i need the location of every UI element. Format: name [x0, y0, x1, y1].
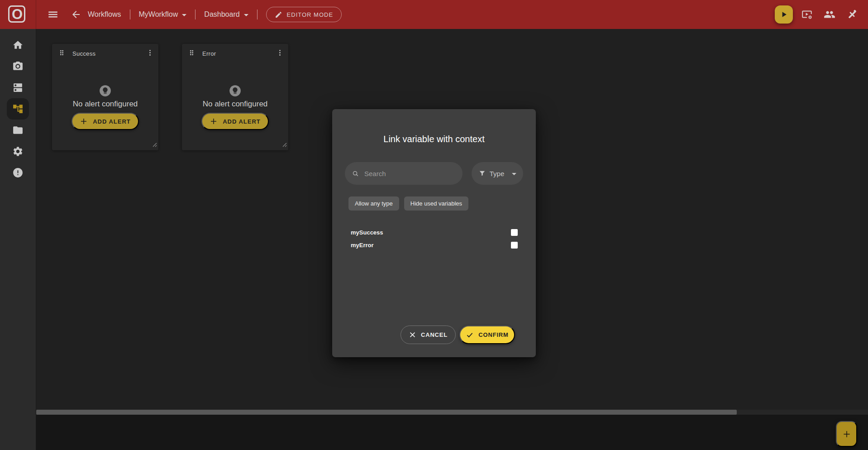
- sidebar-item-files[interactable]: [0, 120, 36, 141]
- type-filter-dropdown[interactable]: Type: [472, 162, 523, 185]
- workflow-name-dropdown[interactable]: MyWorkflow: [139, 10, 187, 19]
- variable-list: mySuccess myError: [332, 226, 536, 251]
- variable-checkbox[interactable]: [511, 242, 518, 249]
- chip-hide-used-variables[interactable]: Hide used variables: [404, 196, 468, 211]
- separator: [130, 10, 130, 19]
- editor-mode-label: EDITOR MODE: [287, 11, 334, 18]
- card-header: Error: [182, 48, 288, 60]
- sidebar-item-alerts[interactable]: [0, 162, 36, 183]
- menu-icon[interactable]: [47, 9, 59, 20]
- editor-mode-button[interactable]: EDITOR MODE: [266, 7, 342, 22]
- separator: [257, 10, 258, 19]
- filter-chips: Allow any type Hide used variables: [348, 196, 468, 211]
- run-button[interactable]: [775, 5, 793, 24]
- card-empty-message: No alert configured: [52, 100, 158, 109]
- top-bar: O Workflows MyWorkflow Dashboard EDITOR …: [0, 0, 868, 29]
- folder-icon: [12, 124, 24, 136]
- horizontal-scrollbar-track[interactable]: [36, 410, 868, 415]
- sidebar-item-workflows[interactable]: [0, 98, 36, 120]
- card-title: Error: [202, 50, 216, 57]
- variable-checkbox[interactable]: [511, 229, 518, 236]
- view-name-label: Dashboard: [204, 10, 239, 19]
- construction-icon[interactable]: [844, 6, 861, 23]
- sidebar-item-dashboards[interactable]: [0, 77, 36, 98]
- plus-icon: [80, 117, 88, 125]
- add-alert-label: ADD ALERT: [93, 118, 131, 125]
- drag-handle-icon[interactable]: [188, 49, 196, 58]
- sidebar-item-settings[interactable]: [0, 141, 36, 162]
- widget-card-success: Success No alert configured ADD ALERT: [52, 44, 158, 150]
- cancel-button[interactable]: CANCEL: [401, 326, 456, 344]
- more-vert-icon[interactable]: [276, 49, 284, 58]
- check-icon: [466, 331, 474, 339]
- card-header: Success: [52, 48, 158, 60]
- variable-name: myError: [351, 242, 374, 249]
- close-icon: [409, 331, 416, 339]
- logo-letter: O: [7, 5, 27, 24]
- plus-icon: [210, 117, 218, 125]
- workflow-tree-icon: [12, 103, 24, 115]
- confirm-label: CONFIRM: [478, 331, 508, 338]
- confirm-button[interactable]: CONFIRM: [459, 326, 515, 344]
- dialog-title: Link variable with context: [332, 134, 536, 144]
- view-dropdown[interactable]: Dashboard: [204, 10, 248, 19]
- search-icon: [352, 169, 359, 178]
- pencil-icon: [275, 11, 282, 19]
- filter-icon: [478, 170, 486, 177]
- app-root: O Workflows MyWorkflow Dashboard EDITOR …: [0, 0, 868, 450]
- add-alert-label: ADD ALERT: [223, 118, 261, 125]
- card-title: Success: [72, 50, 95, 57]
- horizontal-scrollbar-thumb[interactable]: [36, 410, 737, 415]
- lightbulb-circle-icon: [182, 85, 288, 97]
- sidebar: [0, 29, 36, 450]
- back-arrow-icon[interactable]: [71, 9, 81, 20]
- lightbulb-circle-icon: [52, 85, 158, 97]
- topbar-divider-line: [36, 0, 36, 29]
- variable-row[interactable]: myError: [351, 239, 518, 251]
- add-alert-button[interactable]: ADD ALERT: [201, 113, 269, 130]
- error-icon: [12, 167, 24, 178]
- link-variable-dialog: Link variable with context Type Allow an…: [332, 109, 536, 357]
- search-field[interactable]: [345, 162, 463, 185]
- dialog-actions: CANCEL CONFIRM: [332, 326, 536, 344]
- breadcrumb-workflows[interactable]: Workflows: [88, 10, 121, 19]
- drag-handle-icon[interactable]: [58, 49, 66, 58]
- search-input[interactable]: [363, 169, 455, 178]
- play-icon: [779, 10, 788, 19]
- dns-icon: [12, 82, 24, 93]
- add-widget-fab[interactable]: [836, 421, 857, 447]
- sidebar-item-camera[interactable]: [0, 56, 36, 77]
- sidebar-item-home[interactable]: [0, 34, 36, 56]
- bottom-panel: [36, 415, 868, 450]
- app-logo[interactable]: O: [7, 5, 27, 24]
- home-icon: [12, 39, 24, 51]
- chevron-down-icon: [182, 14, 186, 16]
- card-empty-message: No alert configured: [182, 100, 288, 109]
- topbar-actions: [775, 5, 861, 24]
- chevron-down-icon: [244, 14, 248, 16]
- chip-allow-any-type[interactable]: Allow any type: [348, 196, 399, 211]
- group-icon[interactable]: [821, 6, 838, 23]
- add-icon: [842, 430, 851, 439]
- settings-icon: [12, 146, 24, 157]
- more-vert-icon[interactable]: [146, 49, 154, 58]
- resize-handle[interactable]: [282, 141, 287, 149]
- video-settings-icon[interactable]: [798, 6, 816, 23]
- type-filter-label: Type: [490, 170, 505, 177]
- camera-icon: [12, 61, 24, 72]
- cancel-label: CANCEL: [421, 331, 448, 338]
- separator: [195, 10, 196, 19]
- chevron-down-icon: [512, 173, 516, 175]
- variable-name: mySuccess: [351, 229, 383, 236]
- add-alert-button[interactable]: ADD ALERT: [72, 113, 139, 130]
- widget-card-error: Error No alert configured ADD ALERT: [182, 44, 288, 150]
- workflow-name-label: MyWorkflow: [139, 10, 178, 19]
- variable-row[interactable]: mySuccess: [351, 226, 518, 239]
- resize-handle[interactable]: [153, 141, 157, 149]
